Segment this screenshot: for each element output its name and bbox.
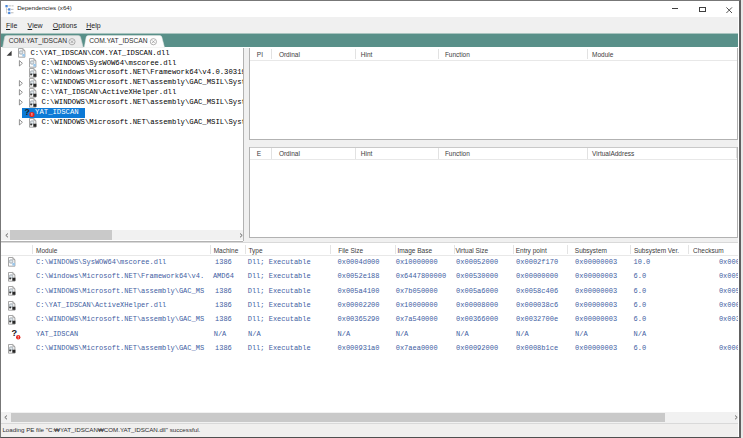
svg-text:?: ?	[24, 108, 29, 118]
